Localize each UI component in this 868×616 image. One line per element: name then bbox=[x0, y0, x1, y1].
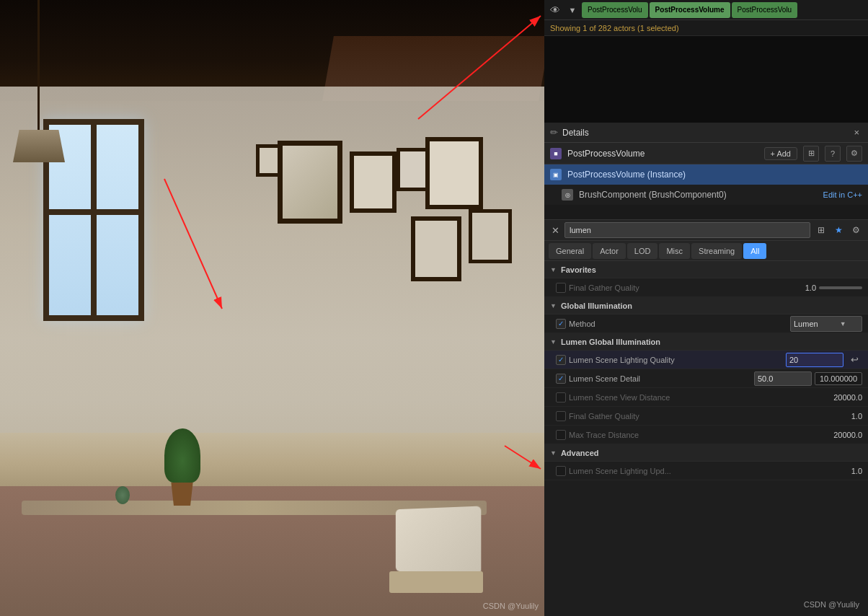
search-input[interactable] bbox=[564, 222, 810, 238]
prop-value-final-gather-fav: 1.0 bbox=[773, 283, 816, 292]
prop-max-trace-distance: Max Trace Distance 20000.0 bbox=[544, 426, 868, 444]
prop-input-lsd[interactable] bbox=[754, 371, 812, 386]
tab-all[interactable]: All bbox=[743, 243, 766, 259]
actor-type-icon: ■ bbox=[550, 148, 562, 159]
properties-area: ▼ Favorites Final Gather Quality 1.0 ▼ G… bbox=[544, 261, 868, 616]
instance-name-label: PostProcessVolume (Instance) bbox=[567, 170, 686, 180]
spacer bbox=[544, 205, 868, 219]
actor-count-bar: Showing 1 of 282 actors (1 selected) bbox=[544, 20, 868, 36]
undo-btn[interactable]: ↩ bbox=[846, 352, 862, 368]
actor-count-text: Showing 1 of 282 actors (1 selected) bbox=[550, 24, 679, 32]
instance-row[interactable]: ▣ PostProcessVolume (Instance) bbox=[544, 164, 868, 185]
checkbox-mtd[interactable] bbox=[556, 430, 566, 440]
prop-value-mtd: 20000.0 bbox=[819, 431, 862, 439]
checkbox-lslu[interactable] bbox=[556, 466, 566, 476]
brush-component-row: ◎ BrushComponent (BrushComponent0) Edit … bbox=[544, 185, 868, 205]
actor-name-label: PostProcessVolume bbox=[567, 149, 758, 159]
section-global-illumination[interactable]: ▼ Global Illumination bbox=[544, 297, 868, 314]
prop-input-lslq[interactable] bbox=[786, 353, 843, 367]
details-pencil-icon: ✏ bbox=[550, 127, 558, 138]
tab-misc[interactable]: Misc bbox=[659, 243, 690, 259]
advanced-arrow-icon: ▼ bbox=[550, 449, 557, 457]
prop-label-method: Method bbox=[569, 320, 787, 328]
filter-tabs: General Actor LOD Misc Streaming All bbox=[544, 241, 868, 261]
instance-icon: ▣ bbox=[550, 169, 562, 180]
prop-label-final-gather-fav: Final Gather Quality bbox=[569, 283, 770, 292]
tab-streaming[interactable]: Streaming bbox=[691, 243, 742, 259]
dropdown-value: Lumen bbox=[794, 320, 818, 328]
tab-lod[interactable]: LOD bbox=[627, 243, 658, 259]
checkbox-method[interactable]: ✓ bbox=[556, 319, 566, 329]
details-title-label: Details bbox=[562, 128, 846, 138]
checkbox-lslq[interactable]: ✓ bbox=[556, 355, 566, 365]
prop-label-mtd: Max Trace Distance bbox=[569, 431, 816, 439]
grid-view-btn[interactable]: ⊞ bbox=[803, 146, 819, 162]
brush-name-label: BrushComponent (BrushComponent0) bbox=[579, 190, 818, 200]
settings-btn[interactable]: ⚙ bbox=[846, 146, 862, 162]
prop-lumen-scene-detail: ✓ Lumen Scene Detail 10.000000 bbox=[544, 369, 868, 388]
tab-postprocessvolume-3[interactable]: PostProcessVolu bbox=[732, 2, 798, 18]
filter-btn[interactable]: ▼ bbox=[564, 2, 580, 18]
prop-lumen-scene-lighting-quality: ✓ Lumen Scene Lighting Quality ↩ bbox=[544, 351, 868, 369]
prop-final-gather-favorites: Final Gather Quality 1.0 bbox=[544, 278, 868, 297]
brush-icon: ◎ bbox=[562, 189, 573, 201]
table-view-btn[interactable]: ⊞ bbox=[813, 222, 829, 238]
viewport[interactable]: CSDN @Yuulily bbox=[0, 0, 544, 616]
tab-actor[interactable]: Actor bbox=[593, 243, 626, 259]
favorites-arrow-icon: ▼ bbox=[550, 266, 557, 273]
checkbox-lsvd[interactable] bbox=[556, 392, 566, 402]
visibility-toggle-btn[interactable]: 👁 bbox=[547, 2, 563, 18]
tab-postprocessvolume-2[interactable]: PostProcessVolume bbox=[650, 2, 730, 18]
tab-postprocessvolume-1[interactable]: PostProcessVolu bbox=[582, 2, 648, 18]
gi-title: Global Illumination bbox=[561, 302, 632, 310]
favorites-btn[interactable]: ★ bbox=[831, 222, 846, 238]
details-header: ✏ Details × bbox=[544, 123, 868, 143]
prop-method-dropdown[interactable]: Lumen ▼ bbox=[790, 316, 862, 332]
help-btn[interactable]: ? bbox=[825, 146, 841, 162]
tooltip-lsd: 10.000000 bbox=[815, 372, 862, 385]
prop-value-lslu: 1.0 bbox=[819, 467, 862, 475]
dropdown-arrow-icon: ▼ bbox=[840, 320, 846, 327]
search-toolbar: ⊞ ★ ⚙ bbox=[813, 222, 864, 238]
lumen-gi-arrow-icon: ▼ bbox=[550, 338, 557, 346]
search-bar: ✕ ⊞ ★ ⚙ bbox=[544, 219, 868, 241]
edit-cpp-link[interactable]: Edit in C++ bbox=[823, 190, 862, 199]
checkbox-final-gather-fav[interactable] bbox=[556, 283, 566, 293]
section-favorites[interactable]: ▼ Favorites bbox=[544, 261, 868, 278]
prop-lumen-scene-view-distance: Lumen Scene View Distance 20000.0 bbox=[544, 388, 868, 407]
add-component-btn[interactable]: + Add bbox=[764, 147, 797, 160]
checkbox-lsd[interactable]: ✓ bbox=[556, 374, 566, 384]
section-lumen-gi[interactable]: ▼ Lumen Global Illumination bbox=[544, 333, 868, 351]
right-panel: 👁 ▼ PostProcessVolu PostProcessVolume Po… bbox=[544, 0, 868, 616]
prop-lumen-scene-lighting-upd: Lumen Scene Lighting Upd... 1.0 bbox=[544, 462, 868, 480]
tab-general[interactable]: General bbox=[549, 243, 591, 259]
section-advanced[interactable]: ▼ Advanced bbox=[544, 444, 868, 462]
advanced-title: Advanced bbox=[561, 449, 599, 457]
prop-method: ✓ Method Lumen ▼ bbox=[544, 314, 868, 333]
prop-value-lsvd: 20000.0 bbox=[819, 393, 862, 402]
prop-label-lsd: Lumen Scene Detail bbox=[569, 374, 751, 383]
prop-value-fgq: 1.0 bbox=[819, 412, 862, 421]
outliner-content bbox=[544, 36, 868, 123]
gi-arrow-icon: ▼ bbox=[550, 302, 557, 309]
favorites-title: Favorites bbox=[561, 265, 596, 274]
prop-label-lsvd: Lumen Scene View Distance bbox=[569, 393, 816, 402]
prop-label-fgq: Final Gather Quality bbox=[569, 412, 816, 421]
prop-label-lslu: Lumen Scene Lighting Upd... bbox=[569, 467, 816, 475]
search-clear-btn[interactable]: ✕ bbox=[549, 225, 562, 236]
lumen-gi-title: Lumen Global Illumination bbox=[561, 338, 660, 346]
prop-final-gather-quality: Final Gather Quality 1.0 bbox=[544, 407, 868, 426]
details-close-btn[interactable]: × bbox=[851, 126, 862, 139]
prop-valuebox-final-gather-fav bbox=[819, 286, 862, 289]
settings-btn-2[interactable]: ⚙ bbox=[848, 222, 864, 238]
outliner-tabs: 👁 ▼ PostProcessVolu PostProcessVolume Po… bbox=[544, 0, 868, 20]
checkbox-fgq[interactable] bbox=[556, 411, 566, 421]
actor-toolbar: ■ PostProcessVolume + Add ⊞ ? ⚙ bbox=[544, 143, 868, 164]
prop-label-lslq: Lumen Scene Lighting Quality bbox=[569, 356, 783, 364]
details-panel: ✏ Details × ■ PostProcessVolume + Add ⊞ … bbox=[544, 123, 868, 616]
